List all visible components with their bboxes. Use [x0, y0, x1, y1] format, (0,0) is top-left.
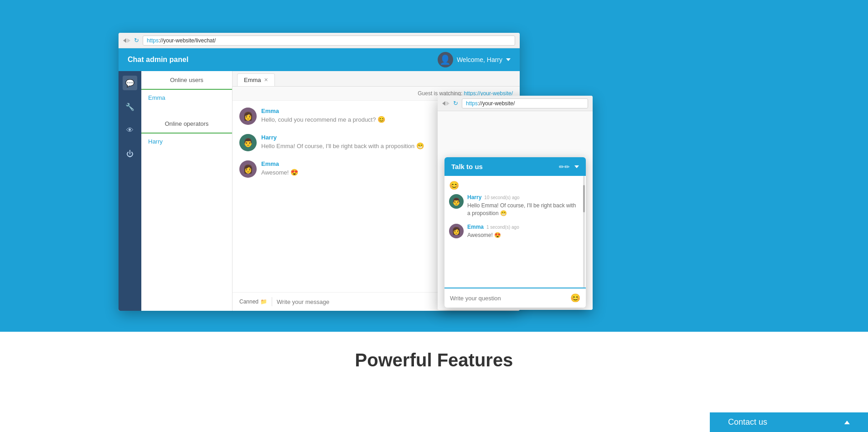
sidebar-item-monitor[interactable]: 👁: [123, 123, 137, 138]
admin-user-menu[interactable]: 👤 Welcome, Harry: [438, 52, 511, 67]
refresh-icon[interactable]: ↻: [134, 37, 139, 44]
message-sender-2: Harry: [261, 134, 424, 141]
widget-scrollbar: [583, 176, 585, 288]
url-https-part-2: https: [466, 100, 478, 107]
widget-emma-name: Emma: [467, 224, 484, 230]
nav-buttons[interactable]: [123, 38, 130, 43]
back-arrow-icon-2: [442, 101, 445, 106]
admin-avatar: 👤: [438, 52, 453, 67]
emoji-2: 😁: [416, 142, 424, 149]
widget-message-input[interactable]: [450, 295, 570, 302]
tab-label-emma: Emma: [244, 77, 261, 83]
input-divider: [272, 297, 272, 306]
widget-message-harry: 👨 Harry 10 second(s) ago Hello Emma! Of …: [449, 194, 581, 217]
widget-edit-icon[interactable]: ✏: [559, 163, 570, 170]
back-arrow-icon: [123, 38, 126, 43]
widget-input-area: 😊: [444, 288, 586, 308]
message-sender-1: Emma: [261, 108, 385, 114]
message-sender-3: Emma: [261, 160, 298, 167]
user-menu-chevron-icon: [506, 58, 511, 61]
canned-label: Canned: [239, 298, 258, 305]
chat-icon: 💬: [125, 79, 134, 87]
widget-harry-name: Harry: [467, 194, 481, 201]
widget-harry-time: 10 second(s) ago: [484, 195, 519, 200]
widget-harry-avatar: 👨: [449, 194, 464, 209]
widget-message-emma: 👩 Emma 1 second(s) ago Awesome! 😍: [449, 224, 581, 239]
chevron-up-icon: [844, 421, 850, 424]
powerful-features-title: Powerful Features: [355, 350, 513, 370]
emma-avatar-1: 👩: [239, 108, 257, 125]
admin-panel-title: Chat admin panel: [128, 56, 188, 64]
widget-messages: 😊 👨 Harry 10 second(s) ago Hello Emma! O…: [444, 176, 586, 288]
message-content-2: Harry Hello Emma! Of course, I'll be rig…: [261, 134, 424, 151]
widget-emma-text: Awesome! 😍: [467, 231, 519, 239]
welcome-text: Welcome, Harry: [457, 56, 502, 63]
power-icon: ⏻: [126, 150, 134, 158]
forward-arrow-icon-2: [446, 101, 450, 106]
chat-widget: Talk to us ✏ 😊 👨 Harry 10 second(s) ago …: [444, 157, 586, 308]
widget-emoji-1: 😁: [500, 210, 507, 216]
refresh-icon-2[interactable]: ↻: [453, 100, 458, 107]
message-text-2: Hello Emma! Of course, I'll be right bac…: [261, 142, 424, 149]
widget-title: Talk to us: [451, 163, 483, 170]
widget-emma-meta: Emma 1 second(s) ago: [467, 224, 519, 230]
nav-buttons-2[interactable]: [442, 101, 450, 106]
widget-minimize-icon[interactable]: [574, 165, 579, 168]
browser-bar-secondary: ↻ https://your-website/: [438, 96, 593, 111]
url-https-part: https: [147, 37, 159, 44]
user-item-emma[interactable]: Emma: [141, 90, 232, 106]
sidebar: 💬 🔧 👁 ⏻: [119, 71, 141, 311]
eye-icon: 👁: [126, 126, 134, 134]
browser-bar-main: ↻ https://your-website/livechat/: [119, 33, 520, 48]
canned-button[interactable]: Canned 📁: [239, 298, 267, 305]
tab-close-icon[interactable]: ✕: [264, 77, 268, 83]
users-panel: Online users Emma Online operators Harry: [141, 71, 232, 311]
widget-header: Talk to us ✏: [444, 157, 586, 176]
message-text-3: Awesome! 😍: [261, 169, 298, 176]
sidebar-item-power[interactable]: ⏻: [123, 147, 137, 161]
widget-emma-time: 1 second(s) ago: [486, 225, 519, 230]
message-content-1: Emma Hello, could you recommend me a pro…: [261, 108, 385, 125]
widget-emma-body: Emma 1 second(s) ago Awesome! 😍: [467, 224, 519, 239]
online-operators-title: Online operators: [141, 115, 232, 134]
widget-emoji-picker-icon[interactable]: 😊: [570, 293, 580, 303]
url-rest-part: ://your-website/livechat/: [159, 37, 216, 44]
widget-harry-meta: Harry 10 second(s) ago: [467, 194, 578, 201]
online-users-title: Online users: [141, 71, 232, 90]
forward-arrow-icon: [127, 38, 130, 43]
sidebar-item-chat[interactable]: 💬: [123, 76, 137, 90]
wrench-icon: 🔧: [125, 103, 134, 111]
widget-emoji-2: 😍: [494, 232, 501, 238]
message-text-1: Hello, could you recommend me a product?…: [261, 116, 385, 123]
emma-avatar-2: 👩: [239, 160, 257, 178]
user-item-harry[interactable]: Harry: [141, 134, 232, 149]
folder-icon: 📁: [260, 298, 267, 305]
chat-tab-emma[interactable]: Emma ✕: [237, 73, 275, 86]
address-bar-secondary[interactable]: https://your-website/: [462, 98, 588, 108]
harry-avatar-1: 👨: [239, 134, 257, 151]
sidebar-item-settings[interactable]: 🔧: [123, 99, 137, 114]
chat-tabs: Emma ✕: [232, 71, 520, 87]
widget-harry-body: Harry 10 second(s) ago Hello Emma! Of co…: [467, 194, 578, 217]
message-content-3: Emma Awesome! 😍: [261, 160, 298, 178]
contact-us-label: Contact us: [728, 417, 767, 427]
widget-emma-avatar: 👩: [449, 224, 464, 238]
contact-us-button[interactable]: Contact us: [710, 412, 868, 432]
widget-actions: ✏: [559, 163, 579, 170]
section-divider: [141, 106, 232, 115]
emoji-1: 😊: [377, 116, 385, 123]
partial-emoji: 😊: [449, 180, 581, 194]
widget-scrollbar-thumb: [583, 185, 585, 212]
address-bar-main[interactable]: https://your-website/livechat/: [143, 36, 515, 46]
url-rest-part-2: ://your-website/: [478, 100, 515, 107]
emoji-3: 😍: [290, 169, 298, 176]
widget-harry-text: Hello Emma! Of course, I'll be right bac…: [467, 202, 578, 217]
admin-header: Chat admin panel 👤 Welcome, Harry: [119, 48, 520, 71]
